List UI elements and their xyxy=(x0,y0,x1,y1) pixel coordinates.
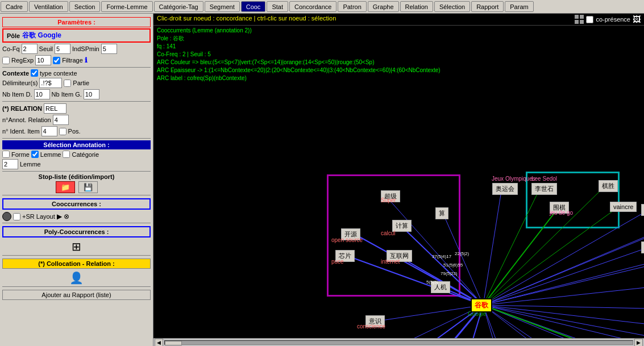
regexp-checkbox[interactable] xyxy=(2,57,10,64)
node-aoyunhui[interactable]: 奥运会 xyxy=(492,183,518,195)
grid-icon[interactable] xyxy=(575,15,584,24)
menu-rapport[interactable]: Rapport xyxy=(471,1,504,12)
graph-info-line4: Co-Freq : 2 | Seuil : 5 xyxy=(157,51,641,59)
scrollbar-thumb[interactable] xyxy=(165,341,182,345)
poly-cooc-btn[interactable]: Poly-Cooccurrences : xyxy=(2,226,151,237)
n-ident-row: n° Ident. Item Pos. xyxy=(2,126,151,136)
menu-param[interactable]: Param xyxy=(505,1,533,12)
stop-icon[interactable]: ⊗ xyxy=(64,212,69,220)
lemme-checkbox[interactable] xyxy=(31,151,39,158)
collocation-icon[interactable]: 👤 xyxy=(69,271,84,285)
relation-input[interactable] xyxy=(44,103,67,114)
n-annot-row: n°Annot. Relation xyxy=(2,115,151,125)
menu-forme-lemme[interactable]: Forme-Lemme xyxy=(101,1,152,12)
status-bar: Clic-droit sur noeud : concordance | ctr… xyxy=(153,14,644,26)
menu-categorie-tag[interactable]: Catégorie-Tag xyxy=(154,1,203,12)
scrollbar-track[interactable] xyxy=(164,340,633,345)
seuil-label: Seuil xyxy=(39,45,53,52)
menu-relation[interactable]: Relation xyxy=(400,1,433,12)
menu-section[interactable]: Section xyxy=(69,1,101,12)
annot-input[interactable] xyxy=(2,159,18,169)
cooccurrences-btn[interactable]: Cooccurrences : xyxy=(2,198,151,210)
poly-icon-row: ⊞ xyxy=(2,240,151,253)
sr-checkbox[interactable] xyxy=(13,213,20,220)
n-ident-input[interactable] xyxy=(41,126,57,136)
node-bisheng[interactable]: 棋胜 xyxy=(599,180,618,192)
stop-liste-open-btn[interactable]: 📁 xyxy=(56,181,75,193)
params-header: Paramètres : xyxy=(2,17,151,27)
pos-checkbox[interactable] xyxy=(59,128,67,135)
circle-icon[interactable] xyxy=(2,212,11,221)
menu-selection[interactable]: Sélection xyxy=(434,1,470,12)
node-feng[interactable]: 峰 xyxy=(641,204,644,216)
regexp-input[interactable] xyxy=(35,55,51,65)
svg-line-27 xyxy=(483,227,644,305)
svg-line-25 xyxy=(483,219,644,305)
stop-liste-buttons: 📁 💾 xyxy=(2,181,151,193)
menu-cadre[interactable]: Cadre xyxy=(1,1,28,12)
node-jeux-olympiques[interactable]: Jeux Olympiques xyxy=(492,176,535,182)
menu-concordance[interactable]: Concordance xyxy=(289,1,336,12)
regexp-row: RegExp Filtrage ℹ xyxy=(2,55,151,65)
menu-segment[interactable]: Segment xyxy=(205,1,240,12)
pole-label: Pôle xyxy=(7,32,20,39)
categorie-checkbox[interactable] xyxy=(63,151,70,158)
nb-item-g-input[interactable] xyxy=(84,89,99,99)
menu-cooc[interactable]: Cooc xyxy=(241,1,266,12)
seuil-input[interactable] xyxy=(55,44,70,54)
node-lishishi[interactable]: 李世石 xyxy=(531,183,557,195)
menu-ventilation[interactable]: Ventilation xyxy=(29,1,68,12)
type-contexte-checkbox[interactable] xyxy=(31,69,38,77)
svg-line-8 xyxy=(377,305,483,338)
scroll-left-btn[interactable]: ◀ xyxy=(155,339,163,347)
forme-checkbox[interactable] xyxy=(2,151,10,158)
copresence-checkbox[interactable] xyxy=(586,16,593,23)
node-xia[interactable]: 下 xyxy=(641,241,644,253)
node-kaiyuan-label: open source xyxy=(331,237,363,243)
node-suan[interactable]: 算 xyxy=(435,207,448,219)
svg-line-16 xyxy=(483,305,621,338)
collocation-btn[interactable]: (*) Collocation - Relation : xyxy=(2,259,151,269)
stop-liste-label: Stop-liste (édition/import) xyxy=(2,173,151,180)
graph-info-line2: Pole : 谷歌 xyxy=(157,35,641,43)
menu-patron[interactable]: Patron xyxy=(338,1,366,12)
contexte-label: Contexte xyxy=(2,70,29,77)
svg-line-28 xyxy=(483,250,644,305)
info-icon[interactable]: ℹ xyxy=(85,56,88,64)
selection-annot-header: Sélection Annotation : xyxy=(2,140,151,149)
n-annot-input[interactable] xyxy=(53,115,69,125)
filtrage-checkbox[interactable] xyxy=(53,57,60,64)
delimiteurs-row: Délimiteur(s) Partie xyxy=(2,78,151,88)
scroll-right-btn[interactable]: ▶ xyxy=(634,339,643,347)
rapport-btn[interactable]: Ajouter au Rapport (liste) xyxy=(2,290,151,300)
menu-bar: Cadre Ventilation Section Forme-Lemme Ca… xyxy=(0,0,644,14)
nb-item-d-input[interactable] xyxy=(34,89,50,99)
menu-graphe[interactable]: Graphe xyxy=(368,1,399,12)
svg-line-15 xyxy=(483,305,592,338)
partie-checkbox[interactable] xyxy=(64,80,71,87)
node-super-label: Super xyxy=(381,197,396,203)
pole-box: Pôle 谷歌 Google xyxy=(2,28,151,43)
play-icon[interactable]: ▶ xyxy=(57,212,62,220)
stop-liste-save-btn[interactable]: 💾 xyxy=(78,181,98,193)
arrow-label-5: 22(5|2) xyxy=(455,251,469,256)
ind5pmin-input[interactable] xyxy=(101,44,117,54)
copresence-label: co-présence xyxy=(596,16,630,23)
menu-stat[interactable]: Stat xyxy=(267,1,288,12)
poly-icon[interactable]: ⊞ xyxy=(72,240,81,253)
svg-line-22 xyxy=(483,284,644,305)
delimiteurs-input[interactable] xyxy=(39,78,62,88)
svg-line-21 xyxy=(483,261,644,305)
forme-label: Forme xyxy=(11,151,30,158)
n-annot-label: n°Annot. Relation xyxy=(2,116,51,123)
annot-row: Lemme xyxy=(2,159,151,169)
node-center[interactable]: 谷歌 xyxy=(471,298,492,312)
h-scrollbar: ◀ ▶ xyxy=(153,338,644,346)
node-vaincre[interactable]: vaincre xyxy=(610,202,637,212)
graph-info-line7: ARC label : cofreq(Sp)(nbContexte) xyxy=(157,74,641,82)
collocation-icon-row: 👤 xyxy=(2,271,151,285)
type-contexte-label: type contexte xyxy=(40,70,77,77)
cofq-row: Co-Fq Seuil IndSPmin xyxy=(2,44,151,54)
cofq-input[interactable] xyxy=(22,44,38,54)
nb-item-d-label: Nb Item D. xyxy=(2,91,32,98)
